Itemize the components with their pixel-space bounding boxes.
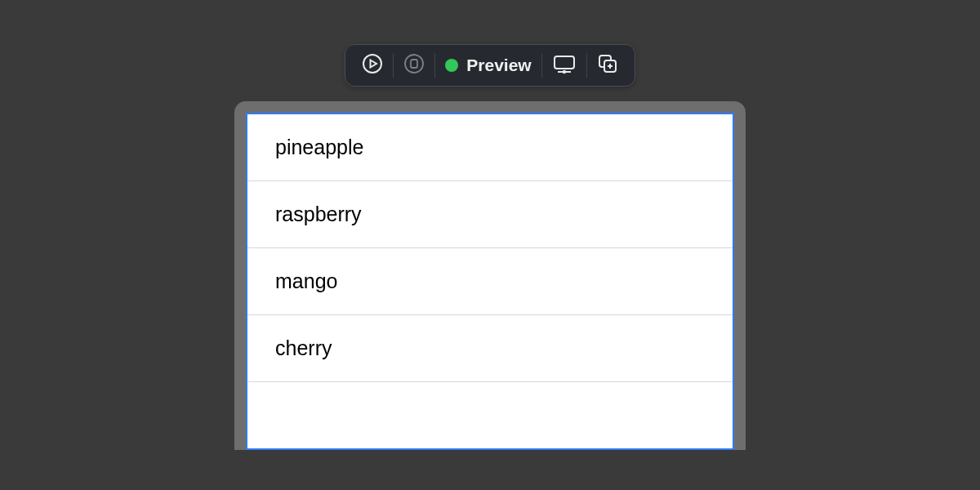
svg-rect-3	[555, 56, 574, 69]
watch-icon	[403, 53, 425, 78]
status-dot-icon	[445, 59, 458, 72]
duplicate-button[interactable]	[589, 51, 626, 80]
preview-toolbar: Preview	[345, 44, 635, 87]
list-item[interactable]	[247, 382, 733, 449]
watch-button[interactable]	[395, 51, 433, 80]
list-item[interactable]: mango	[247, 248, 733, 315]
preview-canvas[interactable]: pineapple raspberry mango cherry	[246, 113, 734, 450]
list-item[interactable]: raspberry	[247, 181, 733, 248]
device-button[interactable]	[544, 51, 585, 80]
divider	[393, 53, 394, 78]
svg-point-5	[562, 70, 565, 74]
device-icon	[552, 53, 577, 78]
list-item-label: raspberry	[275, 203, 362, 226]
preview-canvas-frame: pineapple raspberry mango cherry	[234, 101, 746, 450]
duplicate-icon	[597, 53, 618, 78]
run-button[interactable]	[354, 51, 391, 80]
svg-point-1	[405, 55, 423, 73]
preview-status[interactable]: Preview	[437, 51, 539, 80]
divider	[541, 53, 542, 78]
svg-point-0	[363, 55, 381, 73]
divider	[434, 53, 435, 78]
svg-rect-2	[411, 60, 417, 68]
preview-label: Preview	[466, 56, 531, 75]
divider	[586, 53, 587, 78]
list-item[interactable]: cherry	[247, 315, 733, 382]
list-item-label: cherry	[275, 336, 332, 360]
play-icon	[362, 53, 383, 78]
list-item[interactable]: pineapple	[247, 114, 733, 181]
list-item-label: pineapple	[275, 136, 363, 159]
list-item-label: mango	[275, 270, 337, 293]
